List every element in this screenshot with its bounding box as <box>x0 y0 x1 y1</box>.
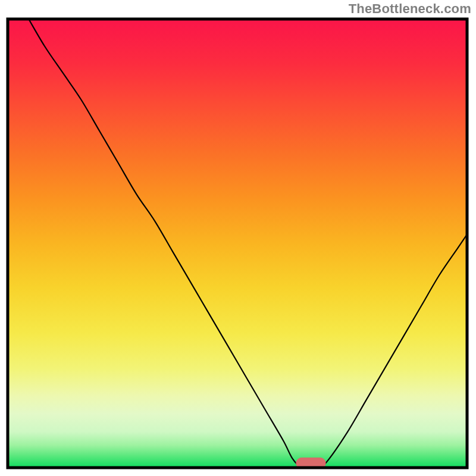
watermark-text: TheBottleneck.com <box>349 1 471 17</box>
bottleneck-chart <box>0 0 476 476</box>
gradient-background <box>8 19 467 468</box>
chart-frame: TheBottleneck.com <box>0 0 476 476</box>
